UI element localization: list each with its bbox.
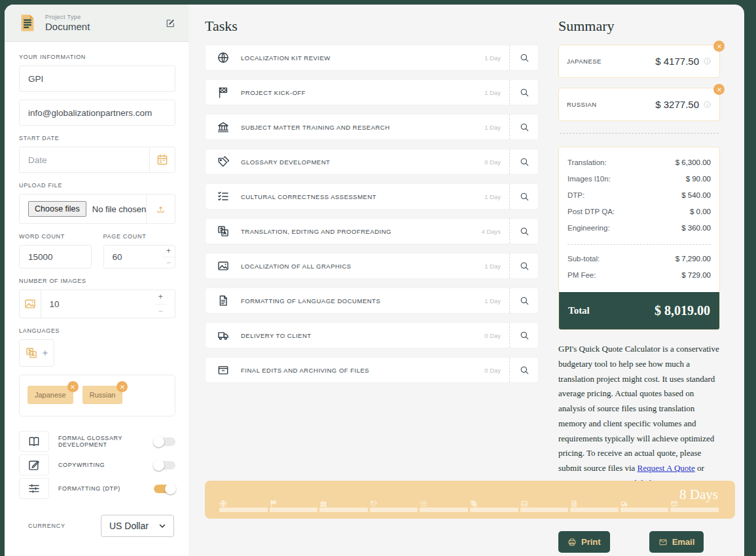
language-tag: Russian: [82, 386, 123, 404]
task-detail-search-icon[interactable]: [509, 288, 538, 313]
toggle-switch[interactable]: [154, 437, 175, 446]
summary-divider: [560, 133, 719, 134]
number-of-images-label: NUMBER OF IMAGES: [19, 278, 175, 284]
toggle-switch[interactable]: [154, 461, 175, 470]
search-icon: [519, 122, 530, 132]
email-field[interactable]: [19, 100, 175, 126]
name-input[interactable]: [28, 74, 166, 84]
images-stepper: +−: [155, 290, 166, 318]
total-banner: Total $ 8,019.00: [559, 292, 719, 329]
task-detail-search-icon[interactable]: [509, 149, 538, 174]
chevron-down-icon: [158, 521, 167, 530]
decrement-button[interactable]: −: [155, 304, 166, 318]
translate-icon: [470, 500, 478, 508]
schedule-timeline: 8 Days: [205, 481, 735, 519]
price-row: Post DTP QA: $ 0.00: [567, 208, 711, 215]
images-input[interactable]: [49, 299, 154, 309]
archive-icon: [217, 363, 230, 377]
task-detail-search-icon[interactable]: [509, 80, 538, 105]
close-icon: [70, 384, 75, 390]
language-price-card: JAPANESE $ 4177.50: [558, 45, 720, 78]
image-icon: [20, 290, 41, 318]
decrement-button[interactable]: −: [162, 257, 175, 269]
email-button[interactable]: Email: [649, 531, 704, 553]
compose-icon: [27, 458, 41, 472]
book-icon: [19, 431, 49, 452]
price-row: Translation: $ 6,300.00: [567, 158, 711, 166]
edit-project-type-icon[interactable]: [166, 18, 175, 28]
language-price-card: RUSSIAN $ 3277.50: [558, 88, 720, 121]
email-input[interactable]: [28, 108, 166, 118]
search-icon: [519, 226, 530, 236]
task-detail-search-icon[interactable]: [509, 45, 538, 70]
globe-icon: [219, 500, 227, 508]
start-date-field[interactable]: [19, 147, 175, 173]
your-information-label: YOUR INFORMATION: [19, 54, 175, 60]
task-detail-search-icon[interactable]: [509, 323, 538, 348]
search-icon: [519, 261, 530, 271]
toggle-row: COPYWRITING: [19, 454, 175, 475]
main-content: Tasks LOCALIZATION KIT REVIEW 1 Day PROJ…: [189, 5, 744, 556]
image-icon: [217, 259, 230, 272]
info-icon[interactable]: [703, 100, 711, 109]
task-detail-search-icon[interactable]: [509, 115, 538, 139]
summary-title: Summary: [558, 18, 720, 35]
project-type-value: Document: [45, 21, 90, 32]
task-detail-search-icon[interactable]: [509, 253, 538, 278]
date-input[interactable]: [28, 155, 149, 165]
add-language-button[interactable]: [19, 339, 54, 367]
task-row: FORMATTING OF LANGUAGE DOCUMENTS 1 Day: [205, 287, 539, 314]
currency-select[interactable]: US Dollar: [101, 515, 174, 537]
language-tag: Japanese: [27, 386, 73, 404]
flag-icon: [270, 500, 278, 508]
task-detail-search-icon[interactable]: [509, 184, 538, 209]
tasks-section: Tasks LOCALIZATION KIT REVIEW 1 Day PROJ…: [205, 18, 539, 553]
request-a-quote-link[interactable]: Request A Quote: [638, 463, 695, 473]
project-type-header: Project Type Document: [5, 5, 189, 42]
sliders-icon: [19, 478, 49, 499]
upload-icon[interactable]: [146, 195, 175, 223]
increment-button[interactable]: +: [162, 246, 175, 257]
remove-language-icon[interactable]: [713, 84, 725, 95]
timeline-segment: [370, 488, 418, 512]
name-field[interactable]: [19, 65, 175, 92]
task-detail-search-icon[interactable]: [509, 219, 538, 244]
number-of-images-field[interactable]: +−: [19, 289, 175, 318]
print-button[interactable]: Print: [558, 531, 610, 553]
upload-file-field[interactable]: Choose files No file chosen: [19, 194, 175, 224]
word-count-input[interactable]: [28, 252, 91, 262]
calendar-icon[interactable]: [149, 147, 175, 172]
task-row: PROJECT KICK-OFF 1 Day: [205, 79, 539, 105]
task-row: DELIVERY TO CLIENT 0 Day: [205, 322, 539, 348]
task-duration: 1 Day: [484, 89, 501, 96]
toggle-row: FORMATTING (DTP): [19, 478, 175, 499]
language-tags-box: Japanese Russian: [19, 375, 175, 417]
archive-icon: [670, 500, 678, 508]
close-icon: [717, 44, 722, 49]
compose-icon: [19, 454, 49, 475]
document-type-icon: [18, 13, 37, 33]
upload-file-label: UPLOAD FILE: [19, 182, 175, 189]
search-icon: [519, 87, 530, 98]
word-count-field[interactable]: [19, 245, 92, 269]
toggle-switch[interactable]: [154, 485, 175, 493]
remove-language-icon[interactable]: [117, 381, 128, 392]
total-label: Total: [568, 305, 590, 316]
document-icon: [570, 500, 578, 508]
bank-icon: [217, 120, 230, 134]
info-icon: [703, 57, 711, 65]
remove-language-icon[interactable]: [67, 381, 79, 392]
search-icon: [519, 52, 530, 63]
choose-files-button[interactable]: Choose files: [28, 201, 86, 217]
task-detail-search-icon[interactable]: [509, 358, 538, 382]
toggle-row: FORMAL GLOSSARY DEVELOPMENT: [19, 431, 175, 452]
remove-language-icon[interactable]: [713, 41, 725, 52]
timeline-duration: 8 Days: [679, 487, 718, 503]
increment-button[interactable]: +: [155, 290, 166, 304]
start-date-label: START DATE: [19, 135, 175, 141]
truck-icon: [621, 500, 628, 508]
page-count-field[interactable]: +−: [103, 245, 176, 269]
info-icon[interactable]: [703, 57, 711, 65]
page-count-input[interactable]: [113, 252, 162, 262]
task-duration: 0 Day: [484, 367, 501, 374]
